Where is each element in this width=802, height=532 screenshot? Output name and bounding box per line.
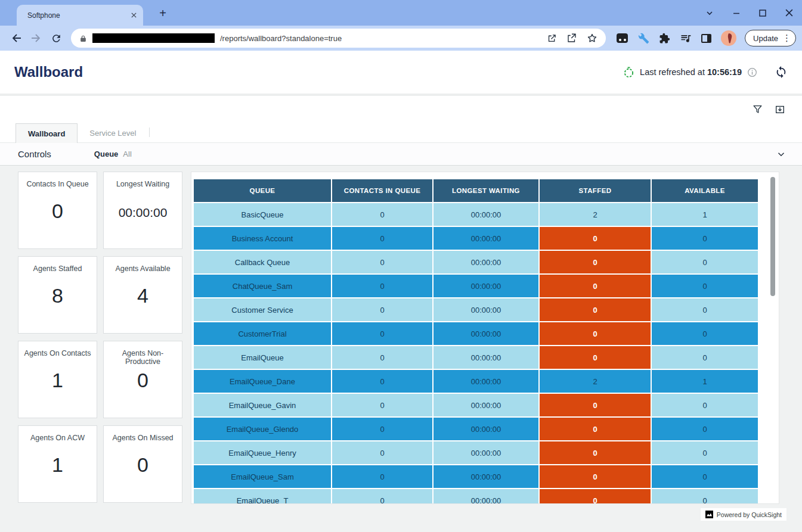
kpi-label: Agents On Contacts <box>18 349 97 357</box>
kpi-agents-staffed: Agents Staffed 8 <box>18 256 97 334</box>
maximize-icon[interactable] <box>758 9 767 17</box>
cell-available: 0 <box>652 275 758 297</box>
cell-queue: EmailQueue_Sam <box>194 465 331 488</box>
url-bar[interactable]: /reports/wallboard?standalone=true <box>71 29 606 48</box>
kpi-value: 00:00:00 <box>104 206 182 220</box>
url-text: /reports/wallboard?standalone=true <box>220 34 342 43</box>
wrench-icon[interactable] <box>637 32 649 44</box>
table-scrollbar[interactable] <box>770 177 775 296</box>
kpi-agents-on-contacts: Agents On Contacts 1 <box>18 341 97 418</box>
table-row: BasicQueue000:00:0021 <box>194 203 758 226</box>
tab-wallboard[interactable]: Wallboard <box>16 123 78 143</box>
cell-available: 0 <box>652 441 758 464</box>
cell-staffed: 0 <box>540 489 651 504</box>
controls-chevron-down-icon[interactable] <box>776 149 786 160</box>
browser-menu-dots-icon[interactable]: ⋮ <box>782 33 791 43</box>
kpi-label: Contacts In Queue <box>18 180 97 188</box>
minimize-icon[interactable] <box>732 9 741 17</box>
cell-staffed: 0 <box>540 441 651 464</box>
cell-longest-waiting: 00:00:00 <box>433 203 538 226</box>
table-row: Callback Queue000:00:0000 <box>194 251 758 273</box>
powered-by-quicksight: Powered by QuickSight <box>701 508 786 521</box>
cell-contacts: 0 <box>332 441 432 464</box>
export-download-icon[interactable] <box>775 104 785 114</box>
cell-longest-waiting: 00:00:00 <box>433 298 538 321</box>
cell-queue: EmailQueue_Glendo <box>194 418 331 440</box>
cell-queue: Callback Queue <box>194 251 331 273</box>
reload-icon[interactable] <box>51 33 62 44</box>
cell-queue: EmailQueue <box>194 346 331 369</box>
cell-contacts: 0 <box>332 298 432 321</box>
cell-longest-waiting: 00:00:00 <box>433 418 538 440</box>
kpi-value: 0 <box>104 453 182 477</box>
forward-icon[interactable] <box>30 32 42 44</box>
cell-longest-waiting: 00:00:00 <box>433 489 538 504</box>
cell-queue: Customer Service <box>194 298 331 321</box>
table-row: EmailQueue_Dane000:00:0021 <box>194 370 758 393</box>
cell-staffed: 0 <box>540 275 651 297</box>
kpi-agents-on-missed: Agents On Missed 0 <box>103 425 182 503</box>
queue-filter-value[interactable]: All <box>123 150 131 158</box>
cell-staffed: 0 <box>540 418 651 440</box>
extensions-puzzle-icon[interactable] <box>659 33 670 44</box>
side-panel-icon[interactable] <box>701 34 711 43</box>
cell-contacts: 0 <box>332 418 432 440</box>
cell-available: 0 <box>652 298 758 321</box>
refresh-icon[interactable] <box>775 66 788 79</box>
cell-contacts: 0 <box>332 394 432 416</box>
kpi-value: 0 <box>104 369 182 392</box>
extension-box-icon[interactable] <box>617 33 628 43</box>
column-header-contacts-in-queue: CONTACTS IN QUEUE <box>332 179 432 202</box>
table-row: EmailQueue_Glendo000:00:0000 <box>194 418 758 440</box>
queue-filter-label: Queue <box>94 150 118 158</box>
window-controls <box>705 0 798 26</box>
kpi-label: Agents Available <box>104 265 182 273</box>
cell-staffed: 0 <box>540 227 651 250</box>
back-icon[interactable] <box>10 32 22 44</box>
table-row: Business Account000:00:0000 <box>194 227 758 250</box>
lock-icon[interactable] <box>79 35 87 42</box>
info-icon[interactable] <box>747 67 757 77</box>
last-refreshed-time: 10:56:19 <box>707 67 742 77</box>
cell-queue: EmailQueue_T <box>194 489 331 504</box>
playlist-icon[interactable] <box>680 32 692 44</box>
open-in-new-icon[interactable] <box>547 33 557 43</box>
cell-staffed: 0 <box>540 251 651 273</box>
cell-staffed: 2 <box>540 370 651 393</box>
table-row: CustomerTrial000:00:0000 <box>194 322 758 345</box>
share-icon[interactable] <box>566 33 577 43</box>
url-redaction-bar <box>92 33 215 43</box>
update-button[interactable]: Update ⋮ <box>745 30 796 46</box>
timer-icon <box>623 67 634 78</box>
cell-contacts: 0 <box>332 275 432 297</box>
queue-table-panel: QUEUE CONTACTS IN QUEUE LONGEST WAITING … <box>191 172 779 504</box>
profile-avatar[interactable] <box>721 30 736 46</box>
cell-queue: BasicQueue <box>194 203 331 226</box>
cell-queue: ChatQueue_Sam <box>194 275 331 297</box>
tab-service-level[interactable]: Service Level <box>78 123 148 142</box>
cell-staffed: 0 <box>540 465 651 488</box>
cell-available: 0 <box>652 251 758 273</box>
tab-search-chevron-icon[interactable] <box>705 8 714 18</box>
kpi-label: Longest Waiting <box>104 180 182 188</box>
tab-close-icon[interactable] <box>131 12 137 18</box>
filter-funnel-icon[interactable] <box>753 104 763 114</box>
cell-contacts: 0 <box>332 322 432 345</box>
cell-longest-waiting: 00:00:00 <box>433 227 538 250</box>
new-tab-button[interactable]: + <box>154 5 172 21</box>
cell-contacts: 0 <box>332 227 432 250</box>
cell-queue: Business Account <box>194 227 331 250</box>
sheet-tabs: Wallboard Service Level <box>0 122 802 143</box>
cell-staffed: 0 <box>540 322 651 345</box>
browser-toolbar: /reports/wallboard?standalone=true <box>0 26 802 51</box>
browser-titlebar: Softphone + <box>0 0 802 26</box>
close-icon[interactable] <box>785 8 794 17</box>
cell-queue: EmailQueue_Henry <box>194 441 331 464</box>
cell-longest-waiting: 00:00:00 <box>433 251 538 273</box>
cell-staffed: 0 <box>540 298 651 321</box>
bookmark-star-icon[interactable] <box>587 33 597 43</box>
browser-tab[interactable]: Softphone <box>17 5 143 26</box>
table-row-partial: EmailQueue_T000:00:0000 <box>194 489 758 504</box>
kpi-value: 8 <box>18 284 97 307</box>
kpi-label: Agents On ACW <box>18 434 97 442</box>
